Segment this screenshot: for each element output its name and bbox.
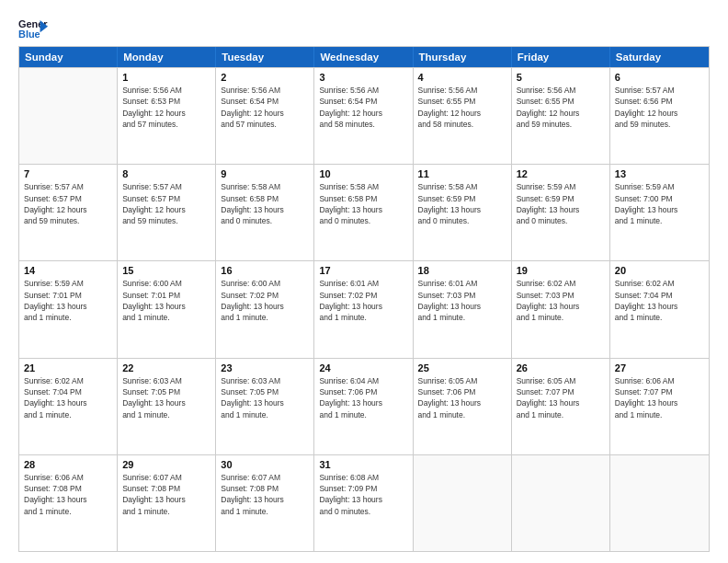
day-info: Sunrise: 5:59 AM Sunset: 7:01 PM Dayligh… xyxy=(24,278,112,323)
calendar-cell xyxy=(610,455,709,551)
day-info: Sunrise: 5:58 AM Sunset: 6:58 PM Dayligh… xyxy=(319,181,407,226)
calendar-cell: 4Sunrise: 5:56 AM Sunset: 6:55 PM Daylig… xyxy=(414,68,512,164)
weekday-header: Friday xyxy=(512,47,610,67)
day-info: Sunrise: 5:57 AM Sunset: 6:57 PM Dayligh… xyxy=(122,181,210,226)
day-info: Sunrise: 6:00 AM Sunset: 7:01 PM Dayligh… xyxy=(122,278,210,323)
day-info: Sunrise: 5:56 AM Sunset: 6:55 PM Dayligh… xyxy=(517,85,605,130)
day-number: 25 xyxy=(418,362,506,373)
calendar-cell: 21Sunrise: 6:02 AM Sunset: 7:04 PM Dayli… xyxy=(19,359,118,454)
day-number: 26 xyxy=(517,362,605,373)
day-info: Sunrise: 6:07 AM Sunset: 7:08 PM Dayligh… xyxy=(122,472,210,517)
calendar-cell: 10Sunrise: 5:58 AM Sunset: 6:58 PM Dayli… xyxy=(314,165,413,260)
day-info: Sunrise: 6:03 AM Sunset: 7:05 PM Dayligh… xyxy=(122,375,210,420)
weekday-header: Sunday xyxy=(19,47,118,67)
day-info: Sunrise: 6:06 AM Sunset: 7:08 PM Dayligh… xyxy=(24,472,112,517)
day-info: Sunrise: 5:59 AM Sunset: 6:59 PM Dayligh… xyxy=(517,181,605,226)
calendar-cell: 29Sunrise: 6:07 AM Sunset: 7:08 PM Dayli… xyxy=(118,455,216,551)
calendar-cell: 14Sunrise: 5:59 AM Sunset: 7:01 PM Dayli… xyxy=(19,261,118,357)
day-number: 4 xyxy=(418,72,506,83)
day-number: 17 xyxy=(319,265,407,276)
day-info: Sunrise: 6:02 AM Sunset: 7:04 PM Dayligh… xyxy=(615,278,704,323)
calendar-header: SundayMondayTuesdayWednesdayThursdayFrid… xyxy=(19,47,709,67)
calendar-cell xyxy=(512,455,610,551)
calendar-cell: 24Sunrise: 6:04 AM Sunset: 7:06 PM Dayli… xyxy=(314,359,413,454)
day-info: Sunrise: 5:56 AM Sunset: 6:54 PM Dayligh… xyxy=(319,85,407,130)
calendar-cell: 8Sunrise: 5:57 AM Sunset: 6:57 PM Daylig… xyxy=(118,165,216,260)
day-number: 30 xyxy=(221,459,309,470)
day-info: Sunrise: 5:56 AM Sunset: 6:55 PM Dayligh… xyxy=(418,85,506,130)
day-number: 15 xyxy=(122,265,210,276)
calendar-cell: 17Sunrise: 6:01 AM Sunset: 7:02 PM Dayli… xyxy=(314,261,413,357)
day-number: 1 xyxy=(122,72,210,83)
day-number: 29 xyxy=(122,459,210,470)
day-info: Sunrise: 5:58 AM Sunset: 6:59 PM Dayligh… xyxy=(418,181,506,226)
calendar-cell: 3Sunrise: 5:56 AM Sunset: 6:54 PM Daylig… xyxy=(314,68,413,164)
day-number: 28 xyxy=(24,459,112,470)
weekday-header: Tuesday xyxy=(216,47,314,67)
day-number: 3 xyxy=(319,72,407,83)
day-info: Sunrise: 5:59 AM Sunset: 7:00 PM Dayligh… xyxy=(615,181,704,226)
day-number: 8 xyxy=(122,168,210,179)
day-info: Sunrise: 5:56 AM Sunset: 6:53 PM Dayligh… xyxy=(122,85,210,130)
logo: General Blue xyxy=(18,17,48,42)
calendar-cell: 30Sunrise: 6:07 AM Sunset: 7:08 PM Dayli… xyxy=(216,455,314,551)
day-number: 19 xyxy=(517,265,605,276)
calendar-cell: 6Sunrise: 5:57 AM Sunset: 6:56 PM Daylig… xyxy=(610,68,709,164)
calendar-cell: 5Sunrise: 5:56 AM Sunset: 6:55 PM Daylig… xyxy=(512,68,610,164)
weekday-header: Thursday xyxy=(414,47,512,67)
calendar-cell: 12Sunrise: 5:59 AM Sunset: 6:59 PM Dayli… xyxy=(512,165,610,260)
day-number: 2 xyxy=(221,72,309,83)
day-info: Sunrise: 6:01 AM Sunset: 7:03 PM Dayligh… xyxy=(418,278,506,323)
weekday-header: Monday xyxy=(118,47,216,67)
day-number: 7 xyxy=(24,168,112,179)
svg-text:Blue: Blue xyxy=(18,29,40,40)
day-number: 20 xyxy=(615,265,704,276)
day-number: 13 xyxy=(615,168,704,179)
day-number: 5 xyxy=(517,72,605,83)
day-info: Sunrise: 6:02 AM Sunset: 7:03 PM Dayligh… xyxy=(517,278,605,323)
logo-icon: General Blue xyxy=(18,17,48,42)
day-info: Sunrise: 6:05 AM Sunset: 7:07 PM Dayligh… xyxy=(517,375,605,420)
calendar-row: 1Sunrise: 5:56 AM Sunset: 6:53 PM Daylig… xyxy=(19,67,709,164)
day-number: 31 xyxy=(319,459,407,470)
calendar-cell: 25Sunrise: 6:05 AM Sunset: 7:06 PM Dayli… xyxy=(414,359,512,454)
day-info: Sunrise: 6:08 AM Sunset: 7:09 PM Dayligh… xyxy=(319,472,407,517)
day-info: Sunrise: 6:02 AM Sunset: 7:04 PM Dayligh… xyxy=(24,375,112,420)
day-number: 9 xyxy=(221,168,309,179)
calendar-cell xyxy=(414,455,512,551)
calendar-cell: 26Sunrise: 6:05 AM Sunset: 7:07 PM Dayli… xyxy=(512,359,610,454)
calendar-cell: 18Sunrise: 6:01 AM Sunset: 7:03 PM Dayli… xyxy=(414,261,512,357)
day-number: 18 xyxy=(418,265,506,276)
page: General Blue SundayMondayTuesdayWednesda… xyxy=(0,0,728,563)
day-number: 22 xyxy=(122,362,210,373)
calendar-row: 7Sunrise: 5:57 AM Sunset: 6:57 PM Daylig… xyxy=(19,164,709,260)
day-number: 14 xyxy=(24,265,112,276)
day-info: Sunrise: 5:57 AM Sunset: 6:56 PM Dayligh… xyxy=(615,85,704,130)
day-number: 24 xyxy=(319,362,407,373)
day-info: Sunrise: 6:05 AM Sunset: 7:06 PM Dayligh… xyxy=(418,375,506,420)
day-number: 23 xyxy=(221,362,309,373)
calendar-cell: 15Sunrise: 6:00 AM Sunset: 7:01 PM Dayli… xyxy=(118,261,216,357)
calendar-cell xyxy=(19,68,118,164)
calendar-cell: 28Sunrise: 6:06 AM Sunset: 7:08 PM Dayli… xyxy=(19,455,118,551)
calendar-body: 1Sunrise: 5:56 AM Sunset: 6:53 PM Daylig… xyxy=(19,67,709,551)
header: General Blue xyxy=(18,17,710,42)
day-info: Sunrise: 6:00 AM Sunset: 7:02 PM Dayligh… xyxy=(221,278,309,323)
day-number: 27 xyxy=(615,362,704,373)
calendar-cell: 20Sunrise: 6:02 AM Sunset: 7:04 PM Dayli… xyxy=(610,261,709,357)
day-info: Sunrise: 6:06 AM Sunset: 7:07 PM Dayligh… xyxy=(615,375,704,420)
calendar-cell: 9Sunrise: 5:58 AM Sunset: 6:58 PM Daylig… xyxy=(216,165,314,260)
calendar-cell: 13Sunrise: 5:59 AM Sunset: 7:00 PM Dayli… xyxy=(610,165,709,260)
day-info: Sunrise: 5:56 AM Sunset: 6:54 PM Dayligh… xyxy=(221,85,309,130)
day-info: Sunrise: 6:07 AM Sunset: 7:08 PM Dayligh… xyxy=(221,472,309,517)
calendar-cell: 1Sunrise: 5:56 AM Sunset: 6:53 PM Daylig… xyxy=(118,68,216,164)
calendar-cell: 11Sunrise: 5:58 AM Sunset: 6:59 PM Dayli… xyxy=(414,165,512,260)
calendar-cell: 16Sunrise: 6:00 AM Sunset: 7:02 PM Dayli… xyxy=(216,261,314,357)
calendar-row: 21Sunrise: 6:02 AM Sunset: 7:04 PM Dayli… xyxy=(19,358,709,454)
calendar-cell: 27Sunrise: 6:06 AM Sunset: 7:07 PM Dayli… xyxy=(610,359,709,454)
calendar-cell: 19Sunrise: 6:02 AM Sunset: 7:03 PM Dayli… xyxy=(512,261,610,357)
calendar: SundayMondayTuesdayWednesdayThursdayFrid… xyxy=(18,46,710,552)
day-info: Sunrise: 6:04 AM Sunset: 7:06 PM Dayligh… xyxy=(319,375,407,420)
calendar-row: 28Sunrise: 6:06 AM Sunset: 7:08 PM Dayli… xyxy=(19,454,709,551)
day-info: Sunrise: 6:01 AM Sunset: 7:02 PM Dayligh… xyxy=(319,278,407,323)
